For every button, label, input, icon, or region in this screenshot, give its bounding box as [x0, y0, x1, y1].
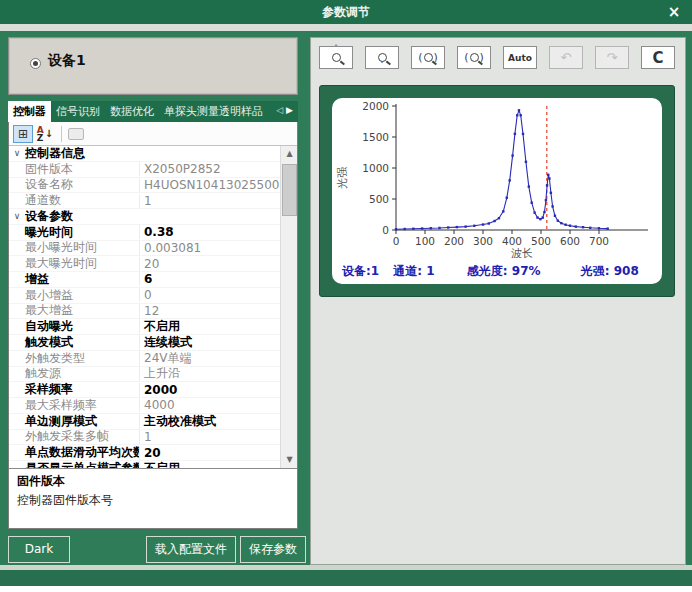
property-label: 最大增益 — [9, 304, 139, 320]
save-params-button[interactable]: 保存参数 — [240, 536, 306, 563]
property-row[interactable]: 最大增益12 — [9, 304, 280, 320]
property-value[interactable]: 0 — [139, 288, 280, 302]
redo-zoom-button: ↷ — [595, 46, 629, 69]
property-row[interactable]: 最小曝光时间0.003081 — [9, 241, 280, 257]
vertical-scrollbar[interactable]: ▲ ▼ — [280, 146, 297, 468]
property-row[interactable]: 最大采样频率4000 — [9, 398, 280, 414]
property-label: 触发源 — [9, 367, 139, 383]
parameter-dialog-window: 参数调节 × 设备1 控制器信号识别数据优化单探头测量透明样品 ◁▶ ⊞ A Z — [0, 0, 692, 592]
property-row[interactable]: 曝光时间0.38 — [9, 225, 280, 241]
property-row[interactable]: 触发源上升沿 — [9, 367, 280, 383]
tab-next-icon[interactable]: ▶ — [286, 105, 296, 115]
tab-bar: 控制器信号识别数据优化单探头测量透明样品 ◁▶ — [8, 101, 298, 122]
chart-panel-container: ˆˇ()()Auto↶↷C 01002003004005006007000500… — [310, 37, 686, 565]
category-row[interactable]: ∨控制器信息 — [9, 146, 280, 162]
property-value[interactable]: 主动校准模式 — [139, 414, 280, 430]
alphabetical-sort-icon[interactable]: A Z ↓ — [35, 125, 55, 143]
load-config-button[interactable]: 载入配置文件 — [146, 536, 236, 563]
device-label: 设备1 — [48, 52, 86, 70]
status-intensity: 光强: 908 — [581, 263, 639, 280]
categorized-view-icon[interactable]: ⊞ — [13, 125, 33, 143]
property-value[interactable]: 不启用 — [139, 461, 280, 468]
tab-3[interactable]: 单探头测量透明样品 — [159, 101, 268, 122]
property-grid-rows: ∨控制器信息固件版本X2050P2852设备名称H4UOSN1041302550… — [9, 146, 280, 468]
property-label: 最大曝光时间 — [9, 256, 139, 272]
property-row[interactable]: 最小增益0 — [9, 288, 280, 304]
property-label: 设备名称 — [9, 178, 139, 194]
property-value[interactable]: H4UOSN104130255007 — [139, 178, 280, 192]
spectrum-chart[interactable]: 01002003004005006007000500100015002000波长… — [332, 98, 662, 284]
refresh-button[interactable]: C — [641, 46, 675, 69]
property-value[interactable]: 6 — [139, 272, 280, 286]
scrollbar-thumb[interactable] — [282, 164, 297, 216]
property-row[interactable]: 是否显示单点模式参数不启用 — [9, 461, 280, 468]
tab-2[interactable]: 数据优化 — [105, 101, 159, 122]
property-row[interactable]: 单边测厚模式主动校准模式 — [9, 414, 280, 430]
property-value[interactable]: 上升沿 — [139, 367, 280, 383]
property-row[interactable]: 增益6 — [9, 272, 280, 288]
property-row[interactable]: 触发模式连续模式 — [9, 335, 280, 351]
left-panel: 设备1 控制器信号识别数据优化单探头测量透明样品 ◁▶ ⊞ A Z ↓ — [8, 37, 298, 563]
property-row[interactable]: 通道数1 — [9, 193, 280, 209]
property-value[interactable]: 1 — [139, 430, 280, 444]
property-row[interactable]: 自动曝光不启用 — [9, 319, 280, 335]
property-row[interactable]: 采样频率2000 — [9, 382, 280, 398]
status-sensitivity: 感光度: 97% — [467, 263, 541, 280]
property-row[interactable]: 单点数据滑动平均次数20 — [9, 445, 280, 461]
svg-text:700: 700 — [589, 235, 609, 247]
property-description-panel: 固件版本 控制器固件版本号 — [9, 468, 297, 528]
property-value[interactable]: X2050P2852 — [139, 162, 280, 176]
property-label: 曝光时间 — [9, 225, 139, 241]
property-value[interactable]: 0.38 — [139, 225, 280, 239]
property-value[interactable]: 12 — [139, 304, 280, 318]
category-name: 控制器信息 — [25, 146, 139, 162]
tab-1[interactable]: 信号识别 — [51, 101, 105, 122]
property-label: 触发模式 — [9, 335, 139, 351]
svg-text:1000: 1000 — [362, 162, 389, 174]
zoom-out-vertical-button[interactable]: ˇ — [365, 46, 399, 69]
property-value[interactable]: 0.003081 — [139, 241, 280, 255]
svg-text:200: 200 — [444, 235, 464, 247]
property-label: 单边测厚模式 — [9, 414, 139, 430]
tab-0[interactable]: 控制器 — [8, 101, 51, 122]
property-value[interactable]: 连续模式 — [139, 335, 280, 351]
bottom-status-bar — [0, 570, 692, 586]
scroll-down-icon[interactable]: ▼ — [281, 452, 297, 468]
status-device: 设备:1 — [342, 263, 379, 280]
svg-text:300: 300 — [473, 235, 493, 247]
property-row[interactable]: 外触发采集多帧1 — [9, 430, 280, 446]
tab-scroll-arrows: ◁▶ — [276, 105, 296, 115]
property-value[interactable]: 4000 — [139, 398, 280, 412]
close-icon[interactable]: × — [664, 2, 684, 22]
property-value[interactable]: 2000 — [139, 383, 280, 397]
property-label: 自动曝光 — [9, 319, 139, 335]
property-value[interactable]: 20 — [139, 257, 280, 271]
dark-button[interactable]: Dark — [8, 536, 70, 563]
property-label: 最大采样频率 — [9, 398, 139, 414]
collapse-chevron-icon[interactable]: ∨ — [9, 148, 25, 158]
zoom-in-horizontal-button[interactable]: () — [411, 46, 445, 69]
category-row[interactable]: ∨设备参数 — [9, 209, 280, 225]
property-value[interactable]: 20 — [139, 446, 280, 460]
collapse-chevron-icon[interactable]: ∨ — [9, 211, 25, 221]
tab-prev-icon[interactable]: ◁ — [276, 105, 286, 115]
property-label: 增益 — [9, 272, 139, 288]
property-grid: ∨控制器信息固件版本X2050P2852设备名称H4UOSN1041302550… — [9, 146, 297, 468]
zoom-in-vertical-button[interactable]: ˆ — [319, 46, 353, 69]
chart-frame: 01002003004005006007000500100015002000波长… — [319, 85, 675, 297]
device-radio[interactable] — [30, 58, 41, 69]
property-row[interactable]: 固件版本X2050P2852 — [9, 162, 280, 178]
svg-text:500: 500 — [531, 235, 551, 247]
property-value[interactable]: 24V单端 — [139, 351, 280, 367]
property-value[interactable]: 1 — [139, 194, 280, 208]
property-row[interactable]: 最大曝光时间20 — [9, 256, 280, 272]
scroll-up-icon[interactable]: ▲ — [281, 146, 297, 162]
property-value[interactable]: 不启用 — [139, 319, 280, 335]
property-label: 最小增益 — [9, 288, 139, 304]
sort-arrow-glyph: ↓ — [45, 128, 53, 139]
auto-scale-button[interactable]: Auto — [503, 46, 537, 69]
zoom-out-horizontal-button[interactable]: () — [457, 46, 491, 69]
description-text: 控制器固件版本号 — [17, 492, 289, 509]
property-row[interactable]: 外触发类型24V单端 — [9, 351, 280, 367]
property-row[interactable]: 设备名称H4UOSN104130255007 — [9, 178, 280, 194]
